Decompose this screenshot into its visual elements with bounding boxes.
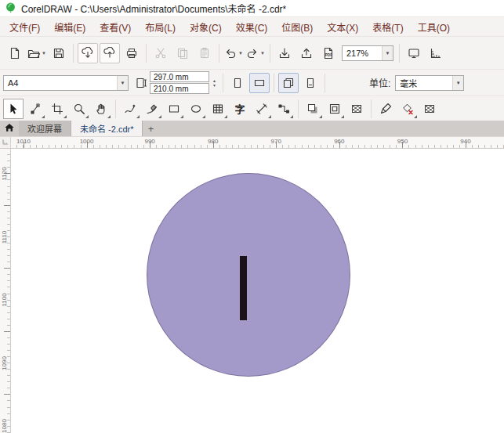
text-tool[interactable]: 字 xyxy=(230,99,250,119)
new-document-button[interactable] xyxy=(5,43,25,63)
units-combo[interactable]: 毫米 ▼ xyxy=(395,75,464,91)
ellipse-tool[interactable] xyxy=(186,99,206,119)
show-rulers-button[interactable] xyxy=(426,43,446,63)
current-page-icon xyxy=(304,77,317,89)
publish-pdf-button[interactable]: PDF xyxy=(318,43,339,63)
copy-button[interactable] xyxy=(172,43,193,63)
home-button[interactable] xyxy=(0,121,19,136)
pan-tool[interactable] xyxy=(91,99,111,119)
graph-paper-tool[interactable] xyxy=(208,99,228,119)
contour-tool[interactable] xyxy=(325,99,345,119)
flyout-indicator xyxy=(136,115,140,118)
drop-shadow-tool[interactable] xyxy=(303,99,323,119)
print-button[interactable] xyxy=(121,43,142,63)
pattern-fill-tool[interactable] xyxy=(419,99,440,119)
shape-tool-icon xyxy=(29,103,42,115)
menu-tools[interactable]: 工具(O) xyxy=(411,20,457,34)
landscape-button[interactable] xyxy=(249,73,270,93)
tab-welcome[interactable]: 欢迎屏幕 xyxy=(19,121,71,136)
new-tab-button[interactable]: + xyxy=(143,121,158,136)
page-height-value: 210.0 mm xyxy=(154,85,188,93)
purple-circle[interactable] xyxy=(147,173,350,377)
transparency-tool[interactable] xyxy=(346,99,367,119)
horizontal-ruler[interactable]: 10101000990980970960950940 xyxy=(0,136,504,149)
drop-shadow-tool-icon xyxy=(306,103,319,115)
menu-object[interactable]: 对象(C) xyxy=(183,20,229,34)
save-to-cloud-button[interactable] xyxy=(78,43,98,63)
toolbar-separator xyxy=(115,99,116,118)
fill-tool[interactable] xyxy=(397,99,418,119)
undo-icon xyxy=(224,47,237,60)
flyout-indicator xyxy=(42,115,45,118)
ruler-origin[interactable] xyxy=(0,137,11,148)
workspace: 11201110110010901080 xyxy=(0,149,504,433)
open-from-cloud-button[interactable] xyxy=(100,43,120,63)
menu-effects[interactable]: 效果(C) xyxy=(229,20,275,34)
open-from-cloud-icon xyxy=(103,47,116,60)
window-title: CorelDRAW - C:\Users\Administrator\Docum… xyxy=(21,2,286,15)
tab-document[interactable]: 未命名 -2.cdr* xyxy=(71,121,143,136)
menu-text[interactable]: 文本(X) xyxy=(320,20,365,34)
cut-button[interactable] xyxy=(150,43,171,63)
crop-tool-icon xyxy=(51,103,63,115)
chevron-down-icon[interactable]: ▼ xyxy=(382,46,393,60)
outline-pen-tool[interactable] xyxy=(375,99,396,119)
fullscreen-preview-icon xyxy=(408,47,420,60)
page-size-combo[interactable]: A4 ▼ xyxy=(3,75,129,91)
chevron-down-icon[interactable]: ▼ xyxy=(452,76,463,90)
paste-button[interactable] xyxy=(194,43,215,63)
import-button[interactable] xyxy=(274,43,295,63)
toolbar-separator xyxy=(298,99,299,118)
flyout-indicator xyxy=(180,115,183,118)
menu-file[interactable]: 文件(F) xyxy=(2,20,47,34)
save-button[interactable] xyxy=(49,43,69,63)
open-button[interactable]: ▼ xyxy=(27,43,47,63)
undo-button[interactable]: ▼ xyxy=(223,43,244,63)
export-icon xyxy=(300,47,313,60)
current-page-button[interactable] xyxy=(300,73,321,93)
show-rulers-icon xyxy=(430,47,442,60)
portrait-button[interactable] xyxy=(227,73,248,93)
menu-layout[interactable]: 布局(L) xyxy=(138,20,183,34)
pick-tool[interactable] xyxy=(3,99,24,119)
redo-icon xyxy=(246,47,259,60)
menu-table[interactable]: 表格(T) xyxy=(365,20,410,34)
canvas[interactable] xyxy=(11,149,504,433)
connector-tool[interactable] xyxy=(274,99,294,119)
fullscreen-preview-button[interactable] xyxy=(404,43,424,63)
title-bar[interactable]: CorelDRAW - C:\Users\Administrator\Docum… xyxy=(0,0,504,17)
black-bar[interactable] xyxy=(240,256,247,320)
toolbar-separator xyxy=(325,74,325,92)
menu-edit[interactable]: 编辑(E) xyxy=(47,20,92,34)
pick-tool-icon xyxy=(7,103,20,115)
chevron-down-icon[interactable]: ▼ xyxy=(260,51,265,56)
redo-button[interactable]: ▼ xyxy=(245,43,266,63)
crop-tool[interactable] xyxy=(47,99,67,119)
vertical-ruler[interactable]: 11201110110010901080 xyxy=(0,149,11,433)
toolbar-separator xyxy=(371,99,372,118)
menu-bitmaps[interactable]: 位图(B) xyxy=(274,20,320,34)
page-height-field[interactable]: 210.0 mm xyxy=(150,83,209,94)
page-width-field[interactable]: 297.0 mm xyxy=(150,71,209,82)
chevron-down-icon[interactable]: ▼ xyxy=(117,76,128,90)
export-button[interactable] xyxy=(296,43,317,63)
artistic-media-tool[interactable] xyxy=(142,99,162,119)
chevron-down-icon[interactable]: ▼ xyxy=(238,51,243,56)
v-ruler-label: 1120 xyxy=(1,167,8,180)
import-icon xyxy=(278,47,291,60)
freehand-tool[interactable] xyxy=(120,99,140,119)
save-icon xyxy=(53,47,65,60)
page-size-stepper[interactable]: ▲▼ xyxy=(212,78,216,88)
toolbar-separator xyxy=(73,44,74,63)
portrait-icon xyxy=(231,77,244,89)
chevron-down-icon[interactable]: ▼ xyxy=(42,51,46,56)
all-pages-button[interactable] xyxy=(278,73,299,93)
menu-view[interactable]: 查看(V) xyxy=(92,20,138,34)
zoom-level-combo[interactable]: 217%▼ xyxy=(342,45,393,61)
flyout-indicator xyxy=(158,115,161,118)
shape-tool[interactable] xyxy=(25,99,45,119)
zoom-tool[interactable] xyxy=(69,99,89,119)
dimension-tool[interactable] xyxy=(252,99,272,119)
rectangle-tool[interactable] xyxy=(164,99,184,119)
copy-icon xyxy=(176,47,189,60)
